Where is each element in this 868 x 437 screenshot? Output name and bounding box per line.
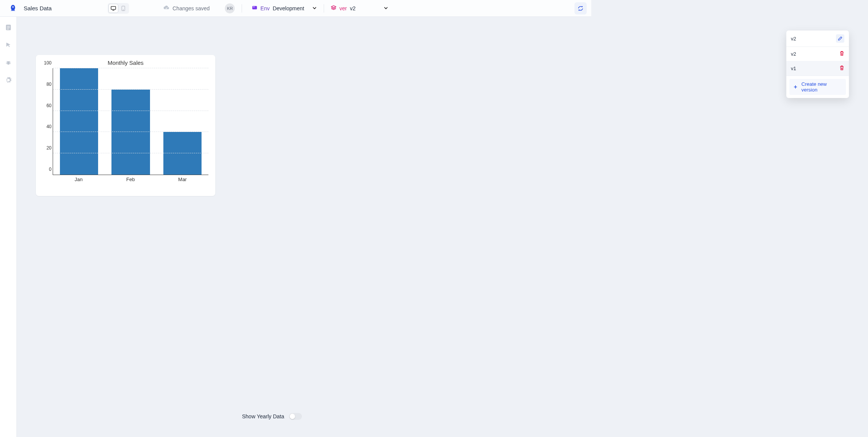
desktop-view-button[interactable] [109,4,118,13]
chart-x-labels: JanFebMar [53,175,208,182]
chart-xlabel: Mar [156,177,208,182]
chart-ytick: 20 [42,145,52,151]
save-status: Changes saved [163,5,210,11]
page-title: Sales Data [24,5,108,11]
env-selector[interactable]: Env Development [252,5,317,11]
svg-rect-8 [7,27,10,28]
chevron-down-icon [384,5,388,11]
env-icon [252,5,257,11]
chart-ytick: 0 [42,167,52,172]
svg-rect-0 [111,6,116,9]
canvas: Monthly Sales 020406080100 JanFebMar Sho… [17,17,591,297]
chart-xlabel: Jan [53,177,105,182]
version-value: v2 [350,5,356,11]
chart-ytick: 100 [42,60,52,66]
chart-bar [111,90,150,175]
svg-rect-5 [254,6,255,7]
svg-rect-3 [252,6,257,10]
chart-bar [163,132,202,175]
chart-xlabel: Feb [105,177,156,182]
version-selector[interactable]: ver v2 [331,5,388,11]
chart-ytick: 40 [42,124,52,129]
env-value: Development [273,5,304,11]
svg-rect-7 [7,26,10,26]
chart-bar [60,68,98,175]
cursor-icon[interactable] [5,41,12,49]
cloud-check-icon [163,5,169,11]
svg-rect-4 [253,6,254,7]
chart-card[interactable]: Monthly Sales 020406080100 JanFebMar [36,55,215,196]
chart-ytick: 80 [42,82,52,87]
divider [242,4,242,13]
save-status-text: Changes saved [173,5,210,11]
page-icon[interactable] [5,24,12,31]
version-label: ver [339,5,347,11]
svg-point-2 [123,10,123,10]
chart-plot: 020406080100 [53,68,208,175]
topbar: Sales Data Changes saved KR Env Developm… [0,0,591,17]
chart-title: Monthly Sales [41,59,210,66]
bug-icon[interactable] [5,59,12,66]
mobile-view-button[interactable] [119,4,128,13]
env-label: Env [260,5,269,11]
chevron-down-icon [312,5,317,11]
gear-icon[interactable] [5,76,12,84]
version-icon [331,5,336,11]
user-avatar[interactable]: KR [225,3,235,13]
refresh-button[interactable] [574,2,587,14]
left-rail [0,17,17,297]
device-toggle [108,3,129,14]
divider [324,4,324,13]
app-logo[interactable] [5,4,21,13]
chart-ytick: 60 [42,103,52,108]
svg-rect-9 [7,29,9,29]
